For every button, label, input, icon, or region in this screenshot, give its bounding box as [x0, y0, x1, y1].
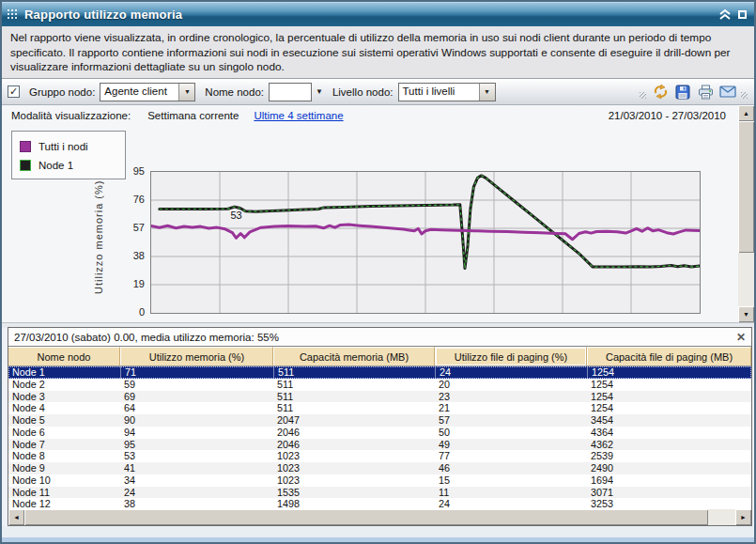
table-row[interactable]: Node 10341023151694 — [8, 474, 751, 487]
level-label: Livello nodo: — [332, 86, 393, 98]
table-cell: 77 — [435, 450, 587, 462]
drag-grip-icon[interactable] — [8, 9, 17, 21]
table-cell: 511 — [273, 379, 435, 391]
column-header[interactable]: Capacità file di paging (MB) — [587, 347, 751, 365]
table-row[interactable]: Node 259511201254 — [8, 379, 751, 391]
window-bottom-strip — [2, 526, 754, 542]
scroll-down-icon[interactable]: ▼ — [738, 306, 754, 322]
table-cell: Node 11 — [8, 487, 120, 499]
legend-swatch-icon — [20, 141, 31, 152]
mode-current-week[interactable]: Settimana corrente — [147, 110, 239, 121]
table-cell: 21 — [435, 402, 587, 414]
chevron-down-icon: ▼ — [479, 84, 495, 101]
date-range: 21/03/2010 - 27/03/2010 — [609, 110, 726, 121]
mode-label: Modalità visualizzazione: — [11, 110, 131, 121]
legend-swatch-icon — [20, 160, 31, 171]
column-header[interactable]: Nome nodo — [8, 347, 120, 365]
table-cell: 1023 — [273, 450, 435, 462]
table-cell: 41 — [120, 462, 273, 474]
table-cell: 50 — [435, 427, 587, 439]
scroll-left-icon[interactable]: ◄ — [8, 509, 24, 525]
y-tick-label: 95 — [120, 165, 145, 177]
table-cell: 511 — [273, 366, 435, 379]
column-header[interactable]: Utilizzo memoria (%) — [120, 347, 273, 365]
content-vertical-scrollbar[interactable]: ▲ ▼ — [738, 105, 754, 322]
table-row[interactable]: Node 5902047573454 — [8, 414, 751, 427]
node-name-label: Nome nodo: — [205, 86, 264, 98]
table-cell: Node 8 — [8, 450, 120, 462]
refresh-icon[interactable] — [651, 84, 670, 101]
table-cell: 64 — [120, 402, 273, 414]
series-node-1 — [160, 176, 700, 269]
table-row[interactable]: Node 8531023772539 — [8, 450, 751, 462]
maximize-icon[interactable] — [738, 10, 747, 19]
table-cell: 20 — [435, 379, 587, 391]
save-icon[interactable] — [673, 84, 692, 101]
table-row[interactable]: Node 7952046494362 — [8, 439, 751, 451]
table-cell: 2539 — [587, 450, 751, 462]
table-cell: 511 — [273, 402, 435, 414]
table-row[interactable]: Node 6942046504364 — [8, 427, 751, 439]
table-cell: 2047 — [273, 414, 435, 427]
y-axis-title: Utilizzo memoria (%) — [92, 162, 105, 312]
table-cell: 90 — [120, 414, 273, 427]
table-cell: 34 — [120, 474, 273, 487]
column-header[interactable]: Capacità memoria (MB) — [273, 347, 435, 365]
report-description: Nel rapporto viene visualizzata, in ordi… — [2, 26, 754, 79]
print-icon[interactable] — [696, 84, 715, 101]
node-name-input[interactable] — [269, 83, 312, 101]
table-row[interactable]: Node 369511231254 — [8, 391, 751, 403]
table-cell: 53 — [120, 450, 273, 462]
table-cell: 95 — [120, 439, 273, 451]
scroll-right-icon[interactable]: ► — [735, 509, 751, 525]
table-row[interactable]: Node 11241535113071 — [8, 487, 751, 499]
scrollbar-thumb[interactable] — [738, 121, 754, 253]
level-select[interactable]: Tutti i livelli ▼ — [398, 83, 496, 101]
table-cell: 69 — [120, 391, 273, 403]
title-bar: Rapporto utilizzo memoria — [2, 2, 754, 26]
scroll-up-icon[interactable]: ▲ — [738, 105, 754, 121]
close-icon[interactable]: ✕ — [736, 332, 746, 343]
y-tick-label: 76 — [120, 194, 145, 205]
detail-caption: 27/03/2010 (sabato) 0.00, media utilizzo… — [14, 332, 279, 343]
table-cell: 15 — [435, 474, 587, 487]
legend: Tutti i nodiNode 1 — [11, 131, 126, 179]
collapse-icon[interactable] — [719, 9, 731, 20]
table-cell: 2046 — [273, 439, 435, 451]
table-row[interactable]: Node 171511241254 — [8, 366, 751, 379]
table-cell: 2046 — [273, 427, 435, 439]
group-checkbox[interactable]: ✓ — [8, 85, 20, 98]
table-cell: 1023 — [273, 474, 435, 487]
toolbar-separator — [741, 84, 748, 101]
table-cell: 1023 — [273, 462, 435, 474]
column-header[interactable]: Utilizzo file di paging (%) — [435, 347, 587, 365]
table-cell: 46 — [435, 462, 587, 474]
table-cell: Node 2 — [8, 379, 120, 391]
node-name-dropdown-icon[interactable]: ▼ — [316, 87, 323, 96]
report-window: Rapporto utilizzo memoria Nel rapporto v… — [0, 0, 756, 544]
table-row[interactable]: Node 9411023462490 — [8, 462, 751, 474]
window-title: Rapporto utilizzo memoria — [24, 8, 182, 22]
table-cell: Node 9 — [8, 462, 120, 474]
table-cell: 1254 — [587, 379, 751, 391]
chevron-down-icon: ▼ — [178, 84, 194, 101]
y-tick-label: 57 — [120, 222, 145, 233]
table-cell: Node 10 — [8, 474, 120, 487]
report-content: Modalità visualizzazione: Settimana corr… — [2, 105, 754, 322]
table-cell: 59 — [120, 379, 273, 391]
table-row[interactable]: Node 464511211254 — [8, 402, 751, 414]
table-cell: 2490 — [587, 462, 751, 474]
group-label: Gruppo nodo: — [29, 86, 95, 98]
legend-item: Node 1 — [20, 156, 125, 175]
table-horizontal-scrollbar[interactable]: ◄ ► — [8, 509, 751, 525]
memory-usage-chart — [150, 171, 701, 314]
table-cell: 49 — [435, 439, 587, 451]
table-cell: 3454 — [587, 414, 751, 427]
table-cell: 23 — [435, 391, 587, 403]
group-select[interactable]: Agente client ▼ — [100, 83, 195, 101]
table-cell: Node 5 — [8, 414, 120, 427]
scrollbar-thumb[interactable] — [24, 509, 708, 525]
table-body: Node 171511241254Node 259511201254Node 3… — [8, 366, 751, 510]
mode-last4weeks-link[interactable]: Ultime 4 settimane — [254, 110, 343, 121]
email-icon[interactable] — [718, 84, 737, 101]
